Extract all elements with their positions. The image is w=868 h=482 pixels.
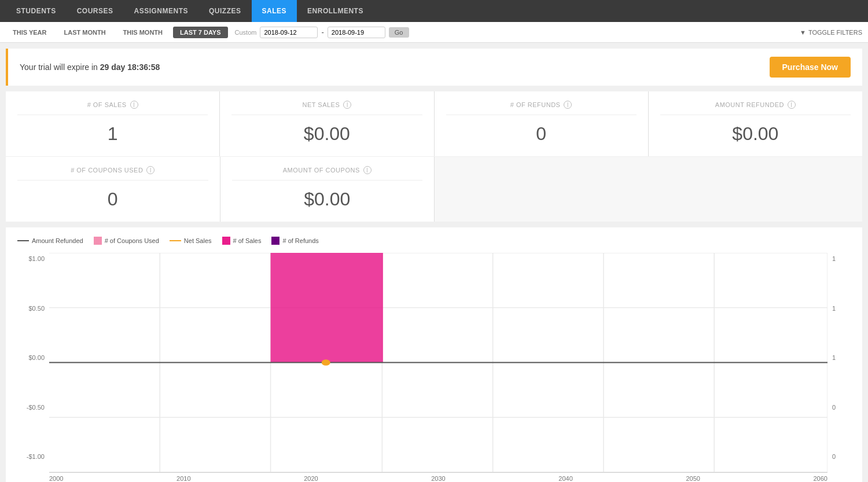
- stats-row-2: # OF COUPONS USED i 0 AMOUNT OF COUPONS …: [6, 157, 862, 222]
- stat-num-refunds: # OF REFUNDS i 0: [435, 91, 648, 156]
- stat-amount-refunded-label: AMOUNT REFUNDED i: [660, 101, 851, 115]
- filter-this-month[interactable]: THIS MONTH: [116, 27, 170, 38]
- stat-net-sales-info[interactable]: i: [343, 101, 351, 109]
- x-axis-labels: 2000 2010 2020 2030 2040 2050 2060: [17, 475, 851, 482]
- stat-amount-coupons-value: $0.00: [232, 189, 423, 210]
- sales-chart-container: Amount Refunded # of Coupons Used Net Sa…: [6, 227, 862, 482]
- filter-icon: ▼: [800, 29, 806, 36]
- legend-coupons-used: # of Coupons Used: [94, 237, 159, 245]
- filter-this-year[interactable]: THIS YEAR: [6, 27, 53, 38]
- trial-countdown: 29 day 18:36:58: [100, 62, 160, 72]
- stat-num-refunds-info[interactable]: i: [564, 101, 572, 109]
- toggle-filters-button[interactable]: ▼ TOGGLE FILTERS: [800, 29, 862, 36]
- stat-net-sales-label: NET SALES i: [231, 101, 422, 115]
- stat-net-sales: NET SALES i $0.00: [220, 91, 433, 156]
- stat-amount-coupons-info[interactable]: i: [363, 166, 372, 174]
- stat-amount-coupons: AMOUNT OF COUPONS i $0.00: [220, 157, 435, 222]
- stat-num-coupons-label: # OF COUPONS USED i: [17, 166, 208, 181]
- purchase-now-button[interactable]: Purchase Now: [770, 57, 851, 78]
- date-to-input[interactable]: [328, 27, 385, 38]
- y-axis-left: $1.00 $0.50 $0.00 -$0.50 -$1.00: [17, 253, 49, 473]
- legend-amount-refunded: Amount Refunded: [17, 237, 83, 244]
- top-navigation: STUDENTS COURSES ASSIGNMENTS QUIZZES SAL…: [0, 0, 868, 22]
- trial-text-prefix: Your trial will expire in: [20, 62, 100, 72]
- chart-legend: Amount Refunded # of Coupons Used Net Sa…: [17, 237, 851, 245]
- custom-label: Custom: [235, 29, 257, 36]
- legend-num-sales: # of Sales: [222, 237, 262, 245]
- nav-quizzes[interactable]: QUIZZES: [198, 0, 252, 22]
- legend-num-refunds: # of Refunds: [271, 237, 318, 245]
- trial-message: Your trial will expire in 29 day 18:36:5…: [20, 62, 160, 72]
- stat-num-coupons-info[interactable]: i: [146, 166, 155, 174]
- nav-enrollments[interactable]: ENROLLMENTS: [297, 0, 374, 22]
- stat-num-refunds-value: 0: [446, 123, 637, 145]
- sub-navigation: THIS YEAR LAST MONTH THIS MONTH LAST 7 D…: [0, 22, 868, 43]
- y-axis-right: 1 1 1 0 0: [827, 253, 851, 473]
- stat-num-coupons: # OF COUPONS USED i 0: [6, 157, 220, 222]
- stat-amount-refunded-value: $0.00: [660, 123, 851, 145]
- stat-num-coupons-value: 0: [17, 189, 208, 210]
- stat-num-sales-label: # OF SALES i: [17, 101, 208, 115]
- stat-num-sales: # OF SALES i 1: [6, 91, 219, 156]
- chart-plot: [49, 253, 827, 473]
- stat-amount-coupons-label: AMOUNT OF COUPONS i: [232, 166, 423, 181]
- stat-num-sales-value: 1: [17, 123, 208, 145]
- stat-amount-refunded: AMOUNT REFUNDED i $0.00: [649, 91, 862, 156]
- filter-last-month[interactable]: LAST MONTH: [57, 27, 112, 38]
- go-button[interactable]: Go: [389, 27, 409, 38]
- svg-point-14: [322, 359, 330, 366]
- filter-last-7-days[interactable]: LAST 7 DAYS: [173, 27, 228, 38]
- svg-rect-12: [271, 253, 383, 363]
- date-from-input[interactable]: [260, 27, 318, 38]
- date-separator: -: [321, 28, 323, 36]
- nav-sales[interactable]: SALES: [252, 0, 297, 22]
- nav-assignments[interactable]: ASSIGNMENTS: [124, 0, 199, 22]
- stat-num-refunds-label: # OF REFUNDS i: [446, 101, 637, 115]
- stats-row-1: # OF SALES i 1 NET SALES i $0.00 # OF RE…: [6, 91, 862, 156]
- trial-banner: Your trial will expire in 29 day 18:36:5…: [6, 49, 862, 86]
- stat-net-sales-value: $0.00: [231, 123, 422, 145]
- stat-num-sales-info[interactable]: i: [130, 101, 138, 109]
- chart-area: $1.00 $0.50 $0.00 -$0.50 -$1.00: [17, 253, 851, 473]
- stat-amount-refunded-info[interactable]: i: [788, 101, 796, 109]
- stat-empty: [435, 157, 862, 222]
- legend-net-sales: Net Sales: [170, 237, 212, 244]
- nav-students[interactable]: STUDENTS: [6, 0, 67, 22]
- nav-courses[interactable]: COURSES: [67, 0, 124, 22]
- chart-svg: [49, 253, 827, 472]
